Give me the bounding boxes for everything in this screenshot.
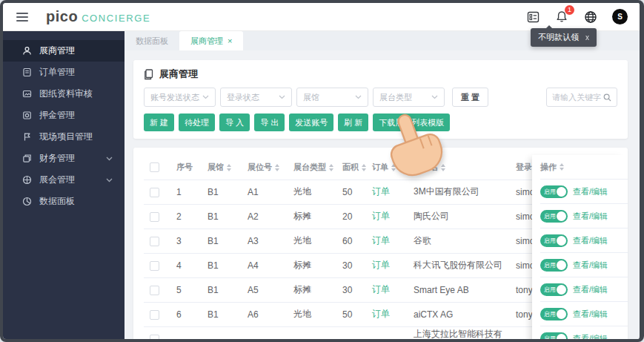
sidebar-item-deposit-mgmt[interactable]: 押金管理 bbox=[3, 105, 125, 126]
col-header-operations[interactable]: 操作 bbox=[540, 155, 628, 180]
enable-toggle[interactable]: 启用 bbox=[540, 210, 568, 223]
search-icon bbox=[603, 93, 611, 102]
tab-close-icon[interactable]: × bbox=[228, 36, 232, 45]
keyword-search-input[interactable]: 请输入关键字 bbox=[546, 88, 617, 107]
toggle-knob bbox=[557, 187, 566, 197]
toggle-knob bbox=[557, 211, 566, 221]
notification-bell-icon[interactable]: 1 bbox=[554, 10, 569, 24]
col-header-hall[interactable]: 展馆 bbox=[202, 155, 242, 180]
view-edit-link[interactable]: 查看/编辑 bbox=[573, 284, 608, 295]
sidebar-item-label: 图纸资料审核 bbox=[39, 88, 93, 100]
new-button[interactable]: 新 建 bbox=[144, 114, 174, 131]
row-checkbox[interactable] bbox=[150, 188, 159, 197]
view-edit-link[interactable]: 查看/编辑 bbox=[573, 235, 608, 246]
pending-button[interactable]: 待处理 bbox=[179, 114, 215, 131]
sort-icon[interactable] bbox=[227, 164, 231, 171]
view-edit-link[interactable]: 查看/编辑 bbox=[573, 186, 608, 197]
user-avatar[interactable]: S bbox=[612, 9, 628, 24]
chevron-down-icon bbox=[279, 95, 285, 99]
col-header-area[interactable]: 面积 bbox=[336, 155, 366, 180]
select-placeholder: 账号发送状态 bbox=[150, 92, 199, 103]
tab-data-dashboard[interactable]: 数据面板 bbox=[125, 31, 179, 50]
sidebar-item-data-dashboard[interactable]: 数据面板 bbox=[3, 191, 125, 212]
order-link[interactable]: 订单 bbox=[372, 235, 390, 246]
sidebar-item-label: 现场项目管理 bbox=[39, 131, 93, 143]
row-checkbox[interactable] bbox=[150, 261, 159, 271]
notification-badge: 1 bbox=[565, 5, 574, 15]
finance-icon bbox=[22, 154, 32, 163]
ops-row: 启用 查看/编辑 bbox=[540, 302, 628, 326]
refresh-button[interactable]: 刷 新 bbox=[338, 114, 368, 131]
sidebar-item-finance-mgmt[interactable]: 财务管理 bbox=[3, 148, 125, 169]
row-checkbox[interactable] bbox=[150, 335, 159, 339]
view-edit-link[interactable]: 查看/编辑 bbox=[573, 309, 608, 320]
chevron-down-icon bbox=[106, 178, 113, 182]
reset-button[interactable]: 重 置 bbox=[452, 88, 488, 107]
claim-form-icon[interactable] bbox=[525, 10, 540, 24]
sort-icon[interactable] bbox=[560, 163, 564, 171]
view-edit-link[interactable]: 查看/编辑 bbox=[573, 211, 608, 222]
language-globe-icon[interactable] bbox=[583, 10, 598, 24]
chevron-down-icon bbox=[106, 157, 113, 161]
sidebar-item-label: 订单管理 bbox=[39, 66, 75, 79]
row-checkbox[interactable] bbox=[150, 286, 159, 295]
logo-pico-text: pico bbox=[46, 8, 78, 25]
tooltip-close-icon[interactable]: x bbox=[585, 33, 589, 42]
ops-row: 启用 查看/编辑 bbox=[540, 253, 628, 277]
operations-fixed-column: 操作 启用 查看/编辑 启用 查看/编辑 启用 查看/编辑 启用 查看/编辑 bbox=[532, 155, 628, 339]
enable-toggle[interactable]: 启用 bbox=[540, 332, 568, 340]
page-title: 展商管理 bbox=[159, 68, 198, 81]
hand-cursor bbox=[379, 111, 448, 180]
order-link[interactable]: 订单 bbox=[372, 309, 390, 319]
sort-icon[interactable] bbox=[329, 164, 333, 171]
enable-toggle[interactable]: 启用 bbox=[540, 234, 568, 247]
row-checkbox[interactable] bbox=[150, 310, 159, 320]
order-link[interactable]: 订单 bbox=[372, 260, 390, 270]
filter-select-login-status[interactable]: 登录状态 bbox=[220, 88, 292, 107]
sidebar-item-order-mgmt[interactable]: 订单管理 bbox=[3, 62, 125, 83]
order-icon bbox=[22, 68, 32, 77]
top-header: pico CONCIERGE 1 S bbox=[3, 3, 640, 31]
col-header-booth[interactable]: 展位号 bbox=[242, 155, 288, 180]
import-button[interactable]: 导 入 bbox=[219, 114, 250, 131]
row-checkbox[interactable] bbox=[150, 212, 159, 222]
dashboard-icon bbox=[22, 197, 32, 206]
enable-toggle[interactable]: 启用 bbox=[540, 308, 568, 320]
enable-toggle[interactable]: 启用 bbox=[540, 283, 568, 296]
app-window: pico CONCIERGE 1 S 不明款认领 x 展商管理 bbox=[0, 0, 644, 342]
filter-row: 账号发送状态 登录状态 展馆 展台类型 重 置 请输入关键字 bbox=[144, 88, 617, 107]
sidebar-item-onsite-project-mgmt[interactable]: 现场项目管理 bbox=[3, 126, 125, 148]
view-edit-link[interactable]: 查看/编辑 bbox=[573, 333, 608, 340]
sidebar-item-exhibitor-mgmt[interactable]: 展商管理 bbox=[3, 40, 125, 62]
sort-icon[interactable] bbox=[362, 164, 366, 171]
ops-row: 启用 查看/编辑 bbox=[540, 204, 628, 228]
page-title-row: 展商管理 bbox=[144, 68, 617, 81]
filter-select-account-send-status[interactable]: 账号发送状态 bbox=[144, 88, 216, 107]
main-content: 展商管理 账号发送状态 登录状态 展馆 展台类型 bbox=[125, 50, 640, 339]
ops-row: 启用 查看/编辑 bbox=[540, 228, 628, 253]
tab-exhibitor-mgmt[interactable]: 展商管理 × bbox=[179, 31, 243, 50]
sort-icon[interactable] bbox=[275, 164, 279, 171]
tab-label: 数据面板 bbox=[136, 36, 168, 47]
sidebar-item-drawing-review[interactable]: 图纸资料审核 bbox=[3, 83, 125, 105]
row-checkbox[interactable] bbox=[150, 237, 159, 246]
filter-select-booth-type[interactable]: 展台类型 bbox=[373, 88, 445, 107]
order-link[interactable]: 订单 bbox=[372, 186, 390, 197]
select-all-checkbox[interactable] bbox=[150, 162, 159, 172]
send-account-button[interactable]: 发送账号 bbox=[289, 114, 333, 131]
header-actions: 1 S bbox=[525, 9, 628, 24]
toggle-knob bbox=[557, 236, 566, 246]
select-placeholder: 登录状态 bbox=[227, 92, 259, 103]
order-link[interactable]: 订单 bbox=[372, 284, 390, 295]
menu-toggle-icon[interactable] bbox=[16, 13, 28, 22]
export-button[interactable]: 导 出 bbox=[254, 114, 285, 131]
sidebar-item-exhibition-mgmt[interactable]: 展会管理 bbox=[3, 169, 125, 191]
col-header-type[interactable]: 展台类型 bbox=[288, 155, 336, 180]
exhibition-icon bbox=[22, 175, 32, 185]
enable-toggle[interactable]: 启用 bbox=[540, 185, 568, 198]
filter-select-hall[interactable]: 展馆 bbox=[296, 88, 368, 107]
claim-tooltip-text: 不明款认领 bbox=[538, 32, 579, 43]
view-edit-link[interactable]: 查看/编辑 bbox=[573, 260, 608, 271]
enable-toggle[interactable]: 启用 bbox=[540, 259, 568, 272]
order-link[interactable]: 订单 bbox=[372, 211, 390, 221]
